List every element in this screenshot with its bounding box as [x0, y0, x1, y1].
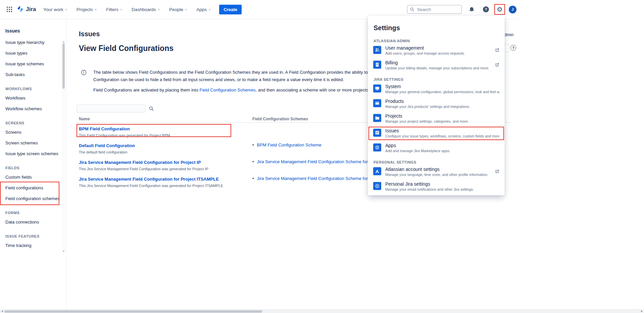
bullet-icon [252, 142, 254, 147]
bullet-icon [252, 159, 254, 164]
field-configuration-description: This Jira Service Management Field Confi… [79, 167, 250, 171]
scheme-link[interactable]: Jira Service Management Field Configurat… [257, 159, 385, 164]
sidebar-item-screen-schemes[interactable]: Screen schemes [0, 138, 61, 148]
external-link-icon [493, 169, 499, 175]
billing-icon [373, 61, 381, 69]
horizontal-scrollbar-thumb[interactable] [4, 310, 262, 313]
atlassian-icon [373, 167, 381, 175]
settings-item-apps[interactable]: Apps Add and manage Jira Marketplace app… [368, 141, 505, 155]
settings-item-description: Manage your general configuration, globa… [385, 89, 499, 94]
jira-app-window: Jira Your work Projects Filters Dashboar… [0, 0, 518, 309]
settings-item-description: Update your billing details, manage your… [385, 66, 489, 70]
sidebar-item-issue-types[interactable]: Issue types [0, 48, 61, 59]
field-configuration-link[interactable]: Jira Service Management Field Configurat… [79, 160, 201, 165]
avatar-initial: J [511, 7, 513, 11]
external-link-icon [493, 62, 499, 68]
horizontal-scrollbar [0, 309, 644, 313]
sidebar-title: Issues [5, 28, 20, 34]
settings-item-system[interactable]: System Manage your general configuration… [368, 82, 505, 97]
sidebar-heading-issue-features: ISSUE FEATURES [0, 232, 61, 240]
sidebar-item-field-configuration-schemes[interactable]: Field configuration schemes [1, 193, 58, 204]
settings-dropdown-panel: Settings ATLASSIAN ADMIN User management… [368, 15, 505, 195]
sidebar-item-field-configurations[interactable]: Field configurations [1, 183, 58, 193]
sidebar-heading-fields: FIELDS [0, 164, 61, 172]
jira-logo-text: Jira [26, 6, 36, 13]
sidebar-item-custom-fields[interactable]: Custom fields [0, 172, 61, 183]
settings-item-products[interactable]: Products Manage your Jira products' sett… [368, 97, 505, 111]
sidebar-scrollbar [62, 40, 65, 253]
nav-dashboards[interactable]: Dashboards [132, 7, 160, 12]
sidebar-item-sub-tasks[interactable]: Sub-tasks [0, 69, 61, 80]
external-link-icon [493, 48, 499, 54]
page-title: View Field Configurations [79, 44, 174, 53]
field-configuration-schemes-link[interactable]: Field Configuration Schemes [200, 87, 256, 92]
settings-item-label: Billing [385, 60, 489, 66]
nav-projects[interactable]: Projects [77, 7, 97, 12]
sidebar-item-workflow-schemes[interactable]: Workflow schemes [0, 104, 61, 114]
sidebar-item-issue-type-screen-schemes[interactable]: Issue type screen schemes [0, 148, 61, 159]
settings-item-user-management[interactable]: User management Add users, groups, and m… [368, 43, 505, 58]
settings-item-projects[interactable]: Projects Manage your project settings, c… [368, 111, 505, 126]
issues-icon [373, 129, 381, 137]
settings-item-description: Manage your project settings, categories… [385, 119, 499, 124]
nav-people[interactable]: People [169, 7, 188, 12]
nav-apps[interactable]: Apps [196, 7, 211, 12]
settings-item-label: System [385, 84, 499, 89]
nav-filters[interactable]: Filters [106, 7, 123, 12]
settings-item-label: Personal Jira settings [385, 181, 499, 187]
table-filter-input[interactable] [77, 105, 145, 112]
field-configuration-link[interactable]: Default Field Configuration [79, 143, 135, 148]
nav-your-work[interactable]: Your work [43, 7, 68, 12]
personal-settings-icon [373, 182, 381, 190]
scroll-down-arrow-icon[interactable] [62, 250, 65, 253]
settings-heading-personal-settings: PERSONAL SETTINGS [368, 160, 505, 165]
sidebar-item-workflows[interactable]: Workflows [0, 93, 61, 104]
avatar[interactable]: J [509, 6, 516, 13]
scroll-up-arrow-icon[interactable] [62, 40, 65, 43]
settings-item-billing[interactable]: Billing Update your billing details, man… [368, 58, 505, 73]
sidebar-heading-workflows: WORKFLOWS [0, 85, 61, 93]
settings-item-description: Configure your issue types, workflows, s… [385, 134, 499, 138]
bullet-icon [252, 176, 254, 181]
sidebar-item-screens[interactable]: Screens [0, 127, 61, 138]
field-configuration-link[interactable]: BPM Field Configuration [79, 126, 130, 131]
projects-icon [373, 114, 381, 122]
page-help-icon[interactable] [510, 45, 516, 51]
settings-item-description: Add and manage Jira Marketplace apps. [385, 148, 499, 153]
settings-item-label: Atlassian account settings [385, 167, 489, 172]
products-icon [373, 99, 381, 107]
apps-icon [373, 143, 381, 151]
settings-item-label: User management [385, 45, 489, 51]
system-icon [373, 84, 381, 92]
settings-item-issues[interactable]: Issues Configure your issue types, workf… [368, 126, 505, 141]
scheme-link[interactable]: BPM Field Configuration Scheme [257, 142, 321, 147]
sidebar-item-issue-type-schemes[interactable]: Issue type schemes [0, 59, 61, 69]
app-switcher-grid-icon[interactable] [5, 5, 14, 14]
notifications-icon[interactable] [467, 5, 476, 14]
settings-item-description: Manage your language, time zone, and oth… [385, 172, 489, 177]
sidebar-item-time-tracking[interactable]: Time tracking [0, 240, 61, 251]
settings-item-atlassian-account-settings[interactable]: Atlassian account settings Manage your l… [368, 165, 505, 179]
sidebar-nav: Issue type hierarchy Issue types Issue t… [0, 37, 61, 251]
jira-logo[interactable]: Jira [17, 5, 36, 14]
search-input[interactable] [407, 5, 462, 14]
magnifier-icon[interactable] [148, 105, 155, 112]
sidebar-heading-screens: SCREENS [0, 119, 61, 127]
gear-glyph [497, 6, 503, 13]
scroll-right-arrow-icon[interactable] [640, 310, 644, 313]
sidebar-heading-forms: FORMS [0, 209, 61, 217]
settings-gear-icon[interactable] [496, 5, 504, 13]
sidebar-item-data-connections[interactable]: Data connections [0, 217, 61, 228]
jira-logo-icon [17, 5, 24, 14]
field-configuration-link[interactable]: Jira Service Management Field Configurat… [79, 177, 219, 182]
help-icon[interactable] [481, 5, 491, 14]
sidebar-scrollbar-thumb[interactable] [62, 43, 65, 89]
scroll-left-arrow-icon[interactable] [0, 310, 4, 313]
settings-item-personal-jira-settings[interactable]: Personal Jira settings Manage your email… [368, 179, 505, 194]
create-button[interactable]: Create [219, 5, 241, 14]
search-icon [410, 7, 414, 13]
settings-item-description: Manage your Jira products' settings and … [385, 104, 499, 109]
question-mark-glyph [483, 6, 489, 12]
scheme-link[interactable]: Jira Service Management Field Configurat… [257, 176, 385, 181]
sidebar-item-issue-type-hierarchy[interactable]: Issue type hierarchy [0, 37, 61, 48]
